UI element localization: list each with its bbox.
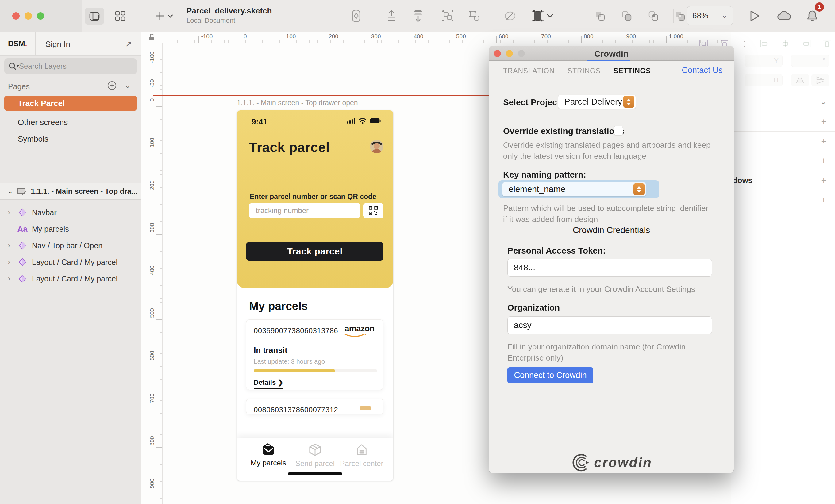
project-select-value: Parcel Delivery (565, 97, 622, 107)
wifi-icon (358, 118, 367, 124)
open-external-icon[interactable]: ↗ (125, 39, 132, 49)
boolean-difference-button[interactable] (672, 7, 689, 24)
tab-strings[interactable]: STRINGS (568, 67, 600, 75)
boolean-intersect-button[interactable] (645, 7, 662, 24)
minimize-window-button[interactable] (24, 12, 32, 20)
ruler-tick (160, 473, 162, 473)
send-backward-button[interactable] (409, 7, 427, 24)
dsm-tab[interactable]: DSM. (8, 39, 27, 48)
nav-item-my-parcels[interactable]: My parcels (242, 443, 294, 467)
artboard-main-screen[interactable]: 9:41 Track parcel (237, 110, 393, 481)
key-pattern-value: element_name (509, 184, 565, 194)
collapse-pages-icon[interactable]: ⌄ (125, 81, 131, 90)
add-style-button[interactable]: + (821, 117, 827, 127)
layer-item-my-parcels[interactable]: Aa My parcels (0, 221, 141, 237)
chevron-right-icon[interactable]: › (8, 208, 15, 216)
chevron-right-icon[interactable]: › (8, 258, 15, 266)
ruler-lock[interactable] (141, 32, 163, 43)
create-symbol-button[interactable] (348, 7, 365, 24)
key-pattern-select[interactable]: element_name (502, 182, 646, 196)
battery-icon (370, 118, 381, 124)
add-shadow-button[interactable]: + (821, 175, 827, 186)
ruler-tick (160, 396, 162, 396)
ruler-tick (160, 77, 162, 77)
group-button[interactable] (439, 7, 456, 24)
parcel-card-clipped[interactable]: 00806031378600077312 (246, 399, 384, 415)
contact-us-link[interactable]: Contact Us (681, 66, 723, 75)
ruler-left-label: 600 (149, 349, 156, 362)
sign-in-button[interactable]: Sign In (45, 40, 70, 49)
tracking-field-label: Enter parcel number or scan QR code (250, 192, 376, 201)
scan-qr-button[interactable] (363, 203, 384, 218)
align-left-icon[interactable] (760, 40, 769, 48)
tracking-number-input[interactable] (256, 206, 348, 215)
add-fill-button[interactable]: + (821, 136, 827, 147)
avatar[interactable] (370, 140, 384, 153)
zoom-window-button[interactable] (37, 12, 44, 20)
token-input[interactable] (514, 263, 698, 273)
canvas-guide-line[interactable] (153, 95, 503, 96)
ruler-tick (160, 307, 162, 307)
ruler-tick (160, 230, 162, 230)
section-collapse-chevron[interactable]: ⌄ (820, 98, 827, 106)
ungroup-button[interactable] (466, 7, 483, 24)
ruler-tick (160, 281, 162, 281)
edit-shape-button[interactable] (502, 7, 519, 24)
connect-to-crowdin-button[interactable]: Connect to Crowdin (507, 367, 593, 383)
parcel-card[interactable]: 00359007738060313786 amazon In transit L… (246, 319, 384, 390)
layer-item-card-1[interactable]: › Layout / Card / My parcel (0, 254, 141, 270)
boolean-subtract-button[interactable] (618, 7, 635, 24)
align-top-icon[interactable] (822, 40, 832, 48)
crowdin-titlebar[interactable]: Crowdin (489, 46, 734, 61)
chevron-right-icon[interactable]: › (8, 241, 15, 250)
align-right-icon[interactable] (801, 40, 811, 48)
add-inner-shadow-button[interactable]: + (821, 195, 827, 205)
cloud-sync-button[interactable] (775, 7, 793, 24)
search-layers-field[interactable] (4, 58, 137, 74)
project-select[interactable]: Parcel Delivery (558, 95, 636, 109)
add-border-button[interactable]: + (821, 156, 827, 166)
ruler-tick (415, 40, 416, 43)
toggle-left-panel-button[interactable] (85, 8, 104, 25)
layer-item-navbar[interactable]: › Navbar (0, 204, 141, 221)
height-field[interactable]: H (745, 74, 782, 86)
add-page-icon[interactable] (107, 81, 117, 90)
page-item-other-screens[interactable]: Other screens (4, 115, 137, 130)
bring-forward-button[interactable] (383, 7, 400, 24)
details-link[interactable]: Details ❯ (254, 379, 283, 389)
y-position-field[interactable]: Y (745, 55, 782, 67)
ruler-tick (160, 226, 162, 226)
grid-view-button[interactable] (111, 7, 129, 24)
nav-item-parcel-center[interactable]: Parcel center (335, 443, 388, 468)
tab-translation[interactable]: TRANSLATION (503, 67, 555, 75)
page-item-symbols[interactable]: Symbols (4, 131, 137, 147)
search-input[interactable] (19, 62, 123, 70)
boolean-union-button[interactable] (591, 7, 609, 24)
zoom-level-dropdown[interactable]: 68% ⌄ (687, 6, 733, 25)
layer-item-artboard[interactable]: ⌄ 1.1.1. - Main screen - Top dra... (0, 183, 141, 199)
document-title[interactable]: Parcel_delivery.sketch (186, 6, 272, 16)
override-checkbox[interactable] (613, 126, 623, 135)
insert-button[interactable] (153, 7, 176, 24)
flip-horizontal-button[interactable] (791, 74, 809, 86)
ruler-tick (564, 40, 565, 43)
page-item-track-parcel[interactable]: Track Parcel (4, 96, 137, 111)
rotation-field[interactable]: ° (791, 55, 829, 67)
flip-vertical-button[interactable] (811, 74, 829, 86)
layer-item-card-2[interactable]: › Layout / Card / My parcel (0, 270, 141, 287)
chevron-down-icon[interactable]: ⌄ (7, 187, 13, 195)
nav-item-send-parcel[interactable]: Send parcel (289, 443, 341, 468)
chevron-right-icon[interactable]: › (8, 275, 15, 283)
organization-input[interactable] (514, 320, 698, 330)
artboard-title[interactable]: 1.1.1. - Main screen - Top drawer open (237, 99, 358, 107)
layer-item-nav-top-bar[interactable]: › Nav / Top bar / Open (0, 237, 141, 254)
tab-settings[interactable]: SETTINGS (613, 67, 651, 75)
track-parcel-button[interactable]: Track parcel (246, 242, 384, 260)
inspector-divider (731, 171, 835, 171)
ruler-tick (160, 464, 162, 465)
align-center-h-icon[interactable] (781, 40, 790, 48)
ruler-tick (509, 40, 509, 43)
preview-button[interactable] (746, 7, 763, 24)
close-window-button[interactable] (12, 12, 20, 20)
insert-frame-button[interactable] (528, 7, 556, 24)
